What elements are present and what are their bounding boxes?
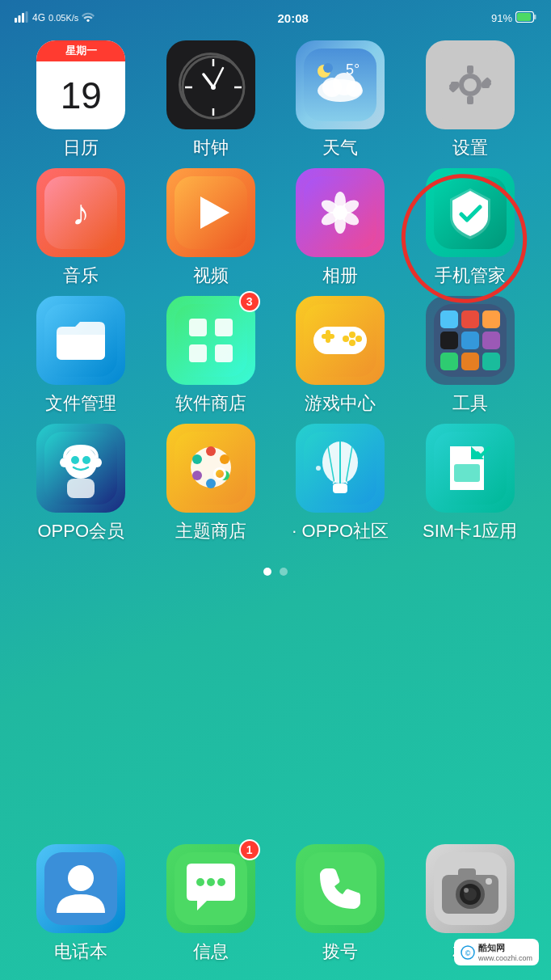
photos-icon: [296, 168, 385, 257]
simapp-label: SIM卡1应用: [423, 519, 517, 543]
app-tools[interactable]: 工具: [414, 296, 527, 416]
svg-rect-27: [467, 96, 473, 104]
clock-label: 时钟: [193, 136, 229, 160]
dock-contacts[interactable]: 电话本: [24, 844, 137, 964]
app-simapp[interactable]: SIM卡1应用: [414, 424, 527, 543]
dock-phone[interactable]: 拨号: [284, 844, 397, 964]
svg-rect-65: [440, 332, 458, 349]
svg-point-105: [196, 878, 204, 886]
app-photos[interactable]: 相册: [284, 168, 397, 288]
app-clock[interactable]: 时钟: [154, 40, 267, 160]
watermark-site: 酷知网: [478, 942, 532, 954]
svg-rect-52: [215, 344, 233, 362]
oppomember-label: OPPO会员: [37, 519, 124, 543]
svg-rect-70: [482, 353, 500, 370]
svg-point-84: [192, 471, 202, 480]
page-indicators: [0, 568, 551, 576]
dock-messages[interactable]: 1 信息: [154, 844, 267, 964]
svg-rect-77: [67, 479, 95, 498]
app-appstore[interactable]: 3 软件商店: [154, 296, 267, 416]
svg-rect-6: [534, 15, 536, 19]
themestore-icon: [166, 424, 255, 513]
svg-rect-67: [482, 332, 500, 349]
appstore-badge: 3: [239, 291, 260, 312]
signal-icon: [15, 11, 29, 25]
tools-label: 工具: [452, 391, 488, 416]
app-calendar[interactable]: 星期一 19 日历: [24, 40, 137, 160]
svg-rect-64: [482, 310, 500, 328]
gamecenter-icon: [296, 296, 385, 385]
oppocommunity-icon: [296, 424, 385, 513]
app-oppomember[interactable]: OPPO会员: [24, 424, 137, 543]
app-weather[interactable]: 5° 天气: [284, 40, 397, 160]
video-icon: [166, 168, 255, 257]
app-video[interactable]: 视频: [154, 168, 267, 288]
messages-icon: 1: [166, 844, 255, 933]
messages-label: 信息: [193, 940, 229, 964]
svg-rect-5: [517, 13, 531, 21]
app-grid: 星期一 19 日历: [0, 32, 551, 543]
weather-label: 天气: [322, 136, 358, 160]
wifi-icon: [82, 11, 95, 24]
app-music[interactable]: ♪ 音乐: [24, 168, 137, 288]
svg-point-60: [343, 336, 349, 342]
settings-label: 设置: [452, 136, 488, 160]
svg-point-85: [192, 454, 202, 464]
settings-icon: [426, 40, 515, 129]
svg-rect-68: [440, 353, 458, 370]
oppocommunity-label: · OPPO社区: [292, 519, 389, 543]
page-dot-2[interactable]: [280, 568, 288, 576]
app-filemanager[interactable]: 文件管理: [24, 296, 137, 416]
svg-point-75: [71, 456, 79, 464]
app-row-4: OPPO会员: [16, 424, 535, 543]
tools-icon: [426, 296, 515, 385]
svg-text:5°: 5°: [346, 61, 360, 78]
svg-rect-51: [189, 344, 207, 362]
svg-rect-0: [15, 18, 17, 23]
svg-point-103: [68, 865, 94, 891]
app-row-2: ♪ 音乐 视频: [16, 168, 535, 288]
music-label: 音乐: [63, 264, 99, 288]
battery-icon: [515, 11, 536, 25]
svg-rect-108: [304, 852, 376, 925]
clock-face: [179, 53, 243, 117]
svg-point-80: [206, 446, 216, 456]
video-label: 视频: [193, 264, 229, 288]
svg-rect-50: [215, 319, 233, 336]
calendar-weekday: 星期一: [36, 40, 125, 61]
svg-text:♪: ♪: [72, 192, 90, 232]
oppocommunity-dot: ·: [292, 521, 301, 541]
page-dot-1[interactable]: [263, 568, 271, 576]
app-gamecenter[interactable]: 游戏中心: [284, 296, 397, 416]
camera-icon: [426, 844, 515, 933]
svg-point-114: [464, 888, 469, 893]
svg-point-107: [217, 878, 225, 886]
filemanager-icon: [36, 296, 125, 385]
app-oppocommunity[interactable]: · OPPO社区: [284, 424, 397, 543]
svg-rect-69: [461, 353, 479, 370]
status-bar: 4G 0.05K/s 20:08 91%: [0, 0, 551, 32]
appstore-label: 软件商店: [175, 391, 246, 416]
calendar-label: 日历: [63, 136, 99, 160]
svg-rect-56: [326, 330, 330, 343]
svg-point-57: [349, 332, 355, 338]
svg-rect-66: [461, 332, 479, 349]
phonemanager-icon: [426, 168, 515, 257]
app-themestore[interactable]: 主题商店: [154, 424, 267, 543]
svg-point-45: [333, 205, 347, 220]
app-phonemanager[interactable]: 手机管家: [414, 168, 527, 288]
svg-rect-62: [440, 310, 458, 328]
svg-text:©: ©: [465, 949, 471, 957]
svg-point-76: [82, 456, 90, 464]
contacts-icon: [36, 844, 125, 933]
status-left: 4G 0.05K/s: [15, 11, 95, 25]
svg-point-81: [220, 454, 229, 464]
app-row-3: 文件管理 3: [16, 296, 535, 416]
svg-rect-3: [26, 11, 28, 23]
svg-point-73: [60, 458, 69, 467]
app-settings[interactable]: 设置: [414, 40, 527, 160]
calendar-date: 19: [61, 61, 102, 129]
contacts-label: 电话本: [54, 940, 107, 964]
svg-rect-101: [454, 464, 480, 482]
filemanager-label: 文件管理: [45, 391, 116, 416]
